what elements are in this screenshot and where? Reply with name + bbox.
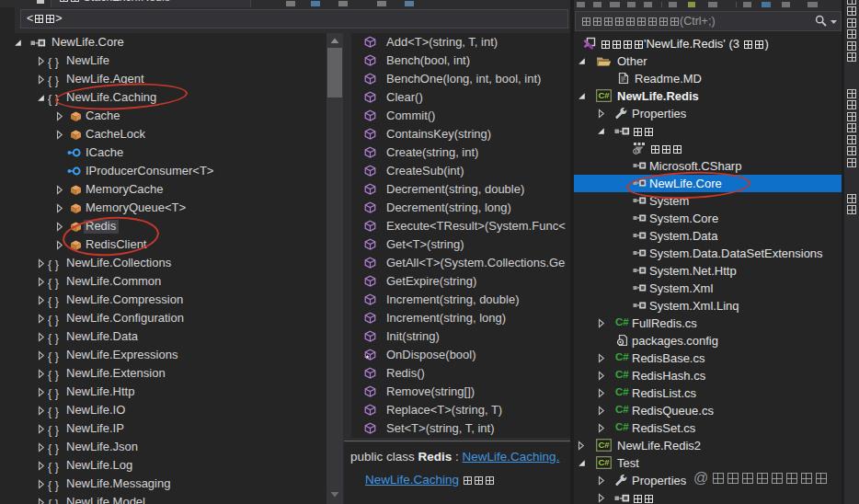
svg-text:C#: C# [615, 404, 629, 415]
svg-text:C#: C# [615, 316, 629, 327]
svg-text:C#: C# [598, 90, 610, 100]
svg-text:C#: C# [598, 457, 610, 467]
svg-text:C#: C# [615, 386, 629, 397]
svg-text:C#: C# [598, 440, 610, 450]
svg-text:C#: C# [615, 421, 629, 432]
svg-text:C#: C# [615, 351, 629, 362]
svg-text:C#: C# [615, 369, 629, 380]
